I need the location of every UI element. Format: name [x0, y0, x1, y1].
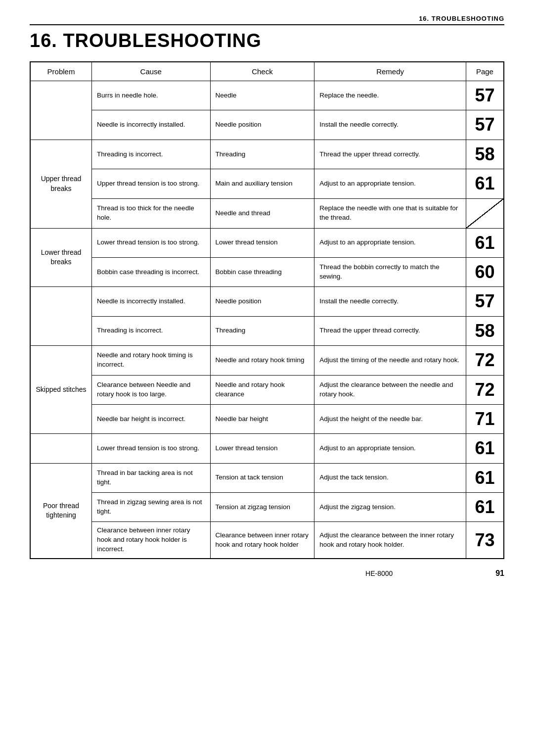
td-check: Bobbin case threading [210, 257, 314, 286]
table-row: Needle bar height is incorrect.Needle ba… [30, 404, 504, 433]
td-remedy: Thread the bobbin correctly to match the… [314, 257, 466, 286]
td-remedy: Adjust the tack tension. [314, 463, 466, 492]
td-check: Clearance between inner rotary hook and … [210, 522, 314, 559]
td-check: Threading [210, 140, 314, 169]
td-problem: Poor thread tightening [30, 463, 92, 559]
td-remedy: Adjust the zigzag tension. [314, 493, 466, 522]
section-title: 16. TROUBLESHOOTING [30, 30, 504, 51]
table-row: Burrs in needle hole.NeedleReplace the n… [30, 81, 504, 110]
td-problem [30, 287, 92, 346]
td-check: Needle and rotary hook timing [210, 346, 314, 375]
td-check: Needle and rotary hook clearance [210, 375, 314, 404]
col-header-remedy: Remedy [314, 62, 466, 81]
td-page: 58 [466, 140, 504, 169]
td-cause: Clearance between inner rotary hook and … [92, 522, 211, 559]
footer: HE-8000 91 [30, 569, 504, 578]
page-number: 60 [468, 260, 501, 284]
td-check: Tension at tack tension [210, 463, 314, 492]
td-remedy: Adjust the height of the needle bar. [314, 404, 466, 433]
td-remedy: Adjust the timing of the needle and rota… [314, 346, 466, 375]
td-cause: Upper thread tension is too strong. [92, 169, 211, 198]
td-check: Needle position [210, 110, 314, 140]
td-page: 58 [466, 316, 504, 345]
section-title-text: 16. TROUBLESHOOTING [30, 30, 262, 51]
td-page [466, 198, 504, 228]
td-page: 57 [466, 287, 504, 316]
page-number: 72 [468, 348, 501, 373]
td-remedy: Install the needle correctly. [314, 287, 466, 316]
td-page: 57 [466, 110, 504, 140]
col-header-check: Check [210, 62, 314, 81]
td-page: 61 [466, 434, 504, 463]
td-remedy: Install the needle correctly. [314, 110, 466, 140]
table-row: Thread in zigzag sewing area is not tigh… [30, 493, 504, 522]
td-check: Threading [210, 316, 314, 345]
td-cause: Lower thread tension is too strong. [92, 228, 211, 257]
table-row: Upper thread tension is too strong.Main … [30, 169, 504, 198]
page-number: 58 [468, 142, 501, 167]
col-header-page: Page [466, 62, 504, 81]
header-top-text: 16. TROUBLESHOOTING [419, 15, 504, 22]
table-row: Clearance between inner rotary hook and … [30, 522, 504, 559]
td-check: Lower thread tension [210, 434, 314, 463]
td-cause: Needle is incorrectly installed. [92, 110, 211, 140]
page-wrapper: 16. TROUBLESHOOTING 16. TROUBLESHOOTING … [0, 0, 534, 756]
page-number: 72 [468, 378, 501, 402]
table-row: Lower thread breaksLower thread tension … [30, 228, 504, 257]
td-check: Needle bar height [210, 404, 314, 433]
td-check: Needle and thread [210, 198, 314, 228]
td-cause: Thread in zigzag sewing area is not tigh… [92, 493, 211, 522]
table-header-row: Problem Cause Check Remedy Page [30, 62, 504, 81]
table-row: Clearance between Needle and rotary hook… [30, 375, 504, 404]
td-cause: Threading is incorrect. [92, 316, 211, 345]
footer-model-text: HE-8000 [365, 569, 393, 577]
col-header-cause: Cause [92, 62, 211, 81]
page-number: 61 [468, 171, 501, 196]
td-check: Tension at zigzag tension [210, 493, 314, 522]
td-remedy: Adjust to an appropriate tension. [314, 228, 466, 257]
td-check: Needle position [210, 287, 314, 316]
td-remedy: Replace the needle with one that is suit… [314, 198, 466, 228]
td-remedy: Adjust the clearance between the needle … [314, 375, 466, 404]
td-page: 72 [466, 375, 504, 404]
table-row: Needle is incorrectly installed.Needle p… [30, 287, 504, 316]
page-number: 61 [468, 231, 501, 255]
td-remedy: Thread the upper thread correctly. [314, 316, 466, 345]
page-number: 61 [468, 436, 501, 461]
td-cause: Clearance between Needle and rotary hook… [92, 375, 211, 404]
td-page: 60 [466, 257, 504, 286]
td-page: 61 [466, 463, 504, 492]
td-cause: Needle is incorrectly installed. [92, 287, 211, 316]
td-problem: Lower thread breaks [30, 228, 92, 287]
page-number: 57 [468, 112, 501, 137]
td-remedy: Adjust to an appropriate tension. [314, 434, 466, 463]
footer-page: 91 [495, 569, 504, 578]
page-number: 57 [468, 83, 501, 108]
td-check: Main and auxiliary tension [210, 169, 314, 198]
table-row: Needle is incorrectly installed.Needle p… [30, 110, 504, 140]
page-number: 61 [468, 495, 501, 520]
table-row: Poor thread tighteningThread in bar tack… [30, 463, 504, 492]
td-cause: Needle and rotary hook timing is incorre… [92, 346, 211, 375]
col-header-problem: Problem [30, 62, 92, 81]
td-page: 61 [466, 493, 504, 522]
td-page: 72 [466, 346, 504, 375]
td-problem [30, 81, 92, 140]
page-number: 58 [468, 319, 501, 343]
table-row: Bobbin case threading is incorrect.Bobbi… [30, 257, 504, 286]
page-number: 61 [468, 466, 501, 490]
table-row: Threading is incorrect.ThreadingThread t… [30, 316, 504, 345]
td-remedy: Thread the upper thread correctly. [314, 140, 466, 169]
td-problem: Upper thread breaks [30, 140, 92, 228]
troubleshoot-table: Problem Cause Check Remedy Page Burrs in… [30, 61, 504, 559]
td-check: Lower thread tension [210, 228, 314, 257]
td-cause: Threading is incorrect. [92, 140, 211, 169]
page-number: 73 [468, 528, 501, 553]
td-problem: Skipped stitches [30, 346, 92, 434]
table-row: Skipped stitchesNeedle and rotary hook t… [30, 346, 504, 375]
td-cause: Lower thread tension is too strong. [92, 434, 211, 463]
td-page: 73 [466, 522, 504, 559]
td-page: 61 [466, 169, 504, 198]
td-remedy: Adjust to an appropriate tension. [314, 169, 466, 198]
td-cause: Bobbin case threading is incorrect. [92, 257, 211, 286]
